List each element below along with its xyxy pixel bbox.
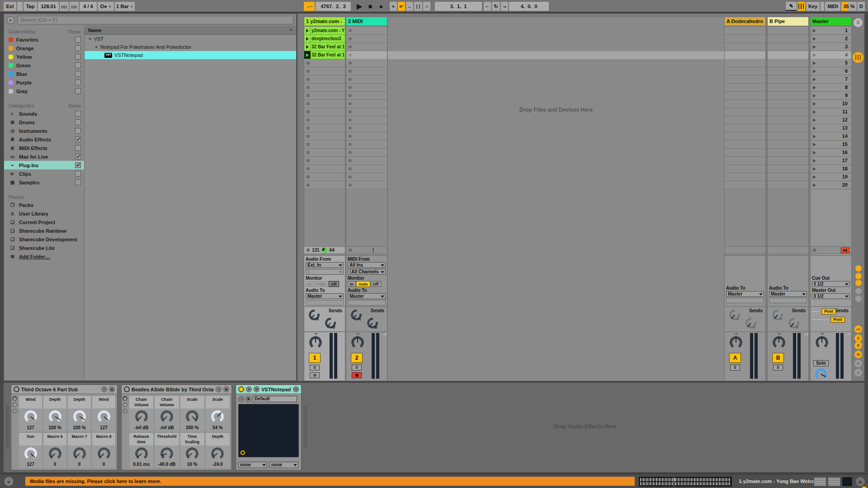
device-activator[interactable] [14, 386, 19, 392]
clip-stop-icon[interactable] [307, 127, 310, 130]
punch-in-button[interactable]: ⌐ [484, 2, 491, 11]
scene[interactable]: 9 [811, 92, 851, 100]
scene-play-icon[interactable] [813, 151, 816, 155]
name-column-header[interactable]: Name▼ [85, 26, 296, 35]
new-button[interactable]: + [390, 2, 397, 11]
empty-midi-slot[interactable] [346, 59, 387, 67]
empty-midi-slot[interactable] [346, 141, 387, 149]
show-crossfader-toggle[interactable]: X [854, 369, 862, 376]
clip-slot[interactable]: y2mate.com - Y [304, 27, 345, 35]
session-strip-icon-1[interactable] [855, 265, 862, 272]
track-1-header[interactable]: 1 y2mate.com - [304, 17, 345, 26]
done-checkbox[interactable] [75, 62, 81, 68]
clip-stop-icon[interactable] [307, 78, 310, 81]
done-checkbox[interactable] [75, 154, 81, 160]
scene-play-icon[interactable] [813, 135, 816, 138]
done-checkbox[interactable] [75, 71, 81, 77]
empty-midi-slot[interactable] [346, 75, 387, 84]
device-title-bar[interactable]: ▼ ⚒ VSTNotepad ⟲ [236, 385, 301, 394]
pan-knob[interactable] [309, 336, 322, 349]
category-item[interactable]: ▥ Samples [4, 178, 84, 187]
search-input[interactable] [17, 16, 293, 24]
category-item[interactable]: ⊞ Drums [4, 118, 84, 127]
tap-tempo-button[interactable]: Tap [24, 2, 37, 11]
done-checkbox[interactable] [75, 179, 81, 185]
arm-button[interactable] [352, 372, 362, 378]
done-checkbox[interactable] [75, 136, 81, 142]
macro-control[interactable]: Chain Volume -inf dB [129, 396, 153, 432]
scene-play-icon[interactable] [813, 118, 816, 122]
scene-play-icon[interactable] [813, 86, 816, 89]
collection-item[interactable]: Orange [4, 44, 84, 52]
empty-midi-slot[interactable] [346, 27, 387, 35]
done-checkbox[interactable] [75, 119, 81, 125]
macro-control[interactable]: Scale 200 % [180, 396, 204, 432]
scene[interactable]: 6 [811, 67, 851, 75]
solo-button[interactable]: S [773, 365, 783, 371]
scene[interactable]: 17 [811, 157, 851, 165]
scene[interactable]: 5 [811, 59, 851, 67]
metronome-button[interactable]: O●▼ [98, 2, 114, 11]
empty-clip-slot[interactable] [304, 157, 345, 165]
empty-midi-slot[interactable] [346, 173, 387, 181]
scene-play-icon[interactable] [813, 159, 816, 163]
macro-knob[interactable] [49, 410, 61, 423]
io-meter-toggle-icon[interactable] [853, 52, 863, 63]
scene-play-icon[interactable] [813, 61, 816, 65]
empty-midi-slot[interactable] [346, 108, 387, 116]
empty-clip-slot[interactable] [304, 84, 345, 92]
empty-clip-slot[interactable] [304, 75, 345, 84]
empty-midi-slot[interactable] [346, 181, 387, 189]
done-checkbox[interactable] [75, 128, 81, 134]
macro-knob[interactable] [160, 410, 173, 423]
monitor-auto-button[interactable]: Auto [356, 281, 370, 287]
audio-to-select[interactable]: Master [726, 291, 764, 297]
done-checkbox[interactable] [75, 80, 81, 85]
place-item[interactable]: ♙ User Library [4, 209, 84, 218]
macro-control[interactable]: Depth 100 % [68, 396, 91, 432]
clip-stop-icon[interactable] [307, 135, 310, 138]
clip-stop-icon[interactable] [307, 183, 310, 187]
empty-midi-slot[interactable] [346, 51, 387, 59]
collection-item[interactable]: Green [4, 61, 84, 70]
done-checkbox[interactable] [75, 171, 81, 177]
empty-midi-slot[interactable] [346, 157, 387, 165]
send-a-post-button[interactable]: Post [821, 309, 836, 314]
master-out-select[interactable]: ‖ 1/2 [812, 293, 850, 299]
category-item[interactable]: ≣ MIDI Effects [4, 144, 84, 152]
collection-item[interactable]: Gray [4, 87, 84, 95]
return-activator-button[interactable]: B [772, 353, 784, 363]
back-to-arrangement-button[interactable]: ← [406, 2, 413, 11]
empty-midi-slot[interactable] [346, 124, 387, 132]
edit-plugin-icon[interactable]: ⚒ [254, 386, 259, 392]
midi-from-select[interactable]: All Ins [348, 262, 386, 268]
macro-control[interactable]: Macro 8 0 [92, 433, 115, 469]
scene[interactable]: 1 [811, 27, 851, 35]
done-checkbox[interactable] [75, 54, 81, 60]
macro-knob[interactable] [211, 410, 224, 423]
scene[interactable]: 14 [811, 132, 851, 141]
scene-play-icon[interactable] [813, 53, 816, 57]
place-item[interactable]: ❏ Sharecube Development [4, 235, 84, 244]
loop-start-field[interactable]: 3. 1. 1 [435, 2, 482, 11]
empty-midi-slot[interactable] [346, 67, 387, 75]
category-item[interactable]: ♬ Sounds [4, 109, 84, 118]
empty-midi-slot[interactable] [346, 132, 387, 141]
track-activator-button[interactable]: 2 [351, 353, 363, 363]
midi-channel-select[interactable]: ⁞ All Channels [348, 269, 386, 275]
scene-play-icon[interactable] [813, 45, 816, 49]
empty-midi-slot[interactable] [346, 35, 387, 43]
place-item[interactable]: ❐ Packs [4, 201, 84, 209]
scene-play-icon[interactable] [813, 143, 816, 146]
empty-clip-slot[interactable] [304, 100, 345, 108]
session-strip-icon-2[interactable] [855, 273, 862, 279]
empty-clip-slot[interactable] [304, 124, 345, 132]
record-button[interactable]: ● [376, 2, 386, 11]
clip-stop-icon[interactable] [307, 110, 310, 113]
pan-knob[interactable] [816, 336, 828, 349]
collection-item[interactable]: Favorites [4, 35, 84, 44]
scene[interactable]: 20 [811, 181, 851, 189]
arm-button[interactable] [310, 372, 320, 378]
empty-clip-slot[interactable] [304, 59, 345, 67]
session-strip-icon-4[interactable] [855, 288, 862, 294]
